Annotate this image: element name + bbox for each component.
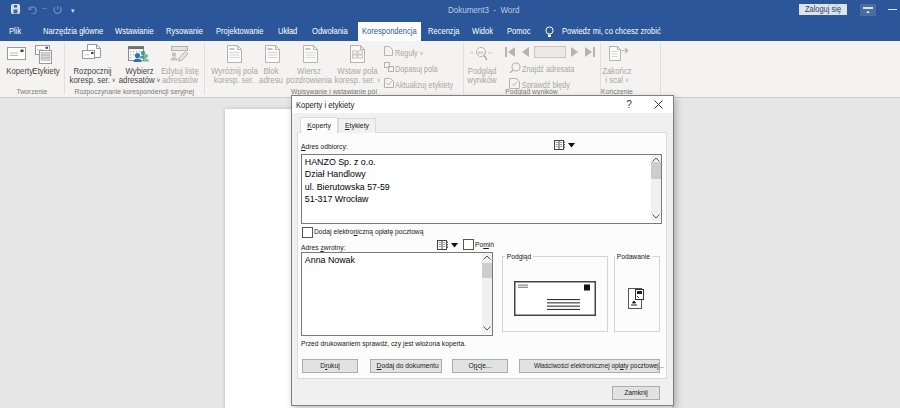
svg-text:ABC: ABC <box>477 50 486 55</box>
svg-text:»: » <box>488 49 492 55</box>
svg-text:«: « <box>470 49 474 55</box>
